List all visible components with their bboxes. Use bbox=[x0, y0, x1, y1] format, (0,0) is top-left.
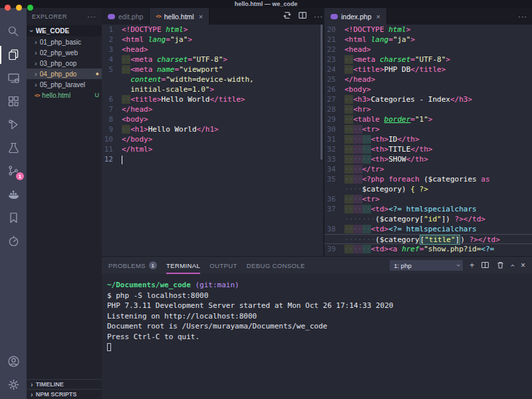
activitybar-extensions-icon[interactable] bbox=[0, 90, 27, 113]
terminal-output[interactable]: ~/Documents/we_code (git:main)$ php -S l… bbox=[102, 274, 532, 352]
more-actions-icon[interactable]: ··· bbox=[314, 13, 323, 21]
explorer-item-01_php_basic[interactable]: ›01_php_basic bbox=[27, 37, 102, 47]
activitybar-settings-gear-icon[interactable] bbox=[0, 373, 27, 396]
activitybar-bookmarks-icon[interactable] bbox=[0, 206, 27, 229]
code-line[interactable]: 1<!DOCTYPE html> bbox=[102, 25, 323, 35]
activitybar-remote-explorer-icon[interactable] bbox=[0, 66, 27, 90]
code-line[interactable]: 29··<table border="1"> bbox=[325, 114, 532, 124]
new-terminal-icon[interactable]: + bbox=[469, 261, 474, 269]
code-line[interactable]: 20<!DOCTYPE html> bbox=[325, 25, 532, 35]
activitybar-account-icon[interactable] bbox=[0, 350, 27, 373]
panel-tab-label: TERMINAL bbox=[166, 262, 200, 269]
activitybar-test-flask-icon[interactable] bbox=[0, 136, 27, 160]
sidebar-section-timeline[interactable]: ›TIMELINE bbox=[27, 379, 102, 389]
code-line[interactable]: 31······<th>ID</th> bbox=[325, 134, 532, 144]
explorer-item-02_php_web[interactable]: ›02_php_web bbox=[27, 47, 102, 58]
maximize-panel-icon[interactable]: › bbox=[509, 264, 517, 267]
explorer-item-05_php_laravel[interactable]: ›05_php_laravel bbox=[27, 79, 102, 90]
code-line[interactable]: ····$category) { ?> bbox=[325, 184, 532, 194]
explorer-item-hello.html[interactable]: <>hello.htmlU bbox=[27, 90, 102, 100]
code-line[interactable]: ·······($category["title"]) ?></td> bbox=[325, 234, 532, 244]
close-tab-icon[interactable]: × bbox=[199, 13, 203, 21]
code-line[interactable]: 32······<th>TITLE</th> bbox=[325, 144, 532, 154]
code-line[interactable]: 3<head> bbox=[102, 45, 323, 55]
code-line[interactable]: 8<body> bbox=[102, 114, 323, 124]
open-changes-icon[interactable] bbox=[282, 11, 291, 23]
sidebar-section-npm-scripts[interactable]: ›NPM SCRIPTS bbox=[27, 389, 102, 399]
tab-hello.html[interactable]: <>hello.html× bbox=[150, 8, 209, 25]
code-line[interactable]: 12 bbox=[102, 154, 323, 164]
code-line[interactable]: 39······<td><a href="show.php?id=<?= bbox=[325, 244, 532, 254]
panel-tab-problems[interactable]: PROBLEMS1 bbox=[108, 257, 157, 274]
line-content: <html lang="ja"> bbox=[344, 35, 532, 45]
activitybar-source-graph-icon[interactable]: 1 bbox=[0, 160, 27, 183]
split-terminal-icon[interactable] bbox=[481, 261, 489, 271]
explorer-item-03_php_oop[interactable]: ›03_php_oop bbox=[27, 58, 102, 68]
code-line[interactable]: 6··<title>Hello World</title> bbox=[102, 94, 323, 104]
code-line[interactable]: 34····</tr> bbox=[325, 164, 532, 174]
explorer-root-folder[interactable]: › WE_CODE bbox=[27, 25, 102, 37]
code-line[interactable]: 33······<th>SHOW</th> bbox=[325, 154, 532, 164]
close-tab-icon[interactable]: × bbox=[376, 13, 380, 21]
activitybar-run-debug-icon[interactable] bbox=[0, 113, 27, 136]
line-content bbox=[122, 154, 323, 164]
tab-edit.php[interactable]: edit.php bbox=[102, 8, 150, 25]
code-line[interactable]: 9··<h1>Hello World</h1> bbox=[102, 124, 323, 134]
explorer-sidebar: EXPLORER ··· › WE_CODE ›01_php_basic›02_… bbox=[27, 8, 102, 399]
code-line[interactable]: 30····<tr> bbox=[325, 124, 532, 134]
code-line[interactable]: 11</html> bbox=[102, 144, 323, 154]
panel-tab-debug-console[interactable]: DEBUG CONSOLE bbox=[247, 257, 305, 274]
activitybar-timeline-clock-icon[interactable] bbox=[0, 229, 27, 253]
sidebar-more-icon[interactable]: ··· bbox=[87, 13, 96, 21]
code-token: = bbox=[188, 55, 192, 64]
line-content: ·······($category["title"]) ?></td> bbox=[344, 235, 532, 243]
code-line[interactable]: 24··<title>PHP DB</title> bbox=[325, 65, 532, 74]
terminal-select[interactable]: 1: php › bbox=[390, 260, 463, 271]
code-line[interactable]: 4··<meta charset="UTF-8"> bbox=[102, 55, 323, 65]
code-line[interactable]: 5··<meta name="viewport" bbox=[102, 65, 323, 74]
explorer-item-04_php_pdo[interactable]: ›04_php_pdo● bbox=[27, 68, 102, 79]
line-content: ··<meta charset="UTF-8"> bbox=[344, 55, 532, 65]
code-line[interactable]: 10</body> bbox=[102, 134, 323, 144]
code-line[interactable]: 25</head> bbox=[325, 74, 532, 84]
split-editor-icon[interactable] bbox=[298, 11, 307, 23]
activitybar-explorer-icon[interactable] bbox=[0, 43, 27, 66]
editor-index-php[interactable]: 20<!DOCTYPE html>21<html lang="ja">22<he… bbox=[325, 25, 532, 256]
code-line[interactable]: content="width=device-width, bbox=[102, 74, 323, 84]
tab-index.php[interactable]: index.php× bbox=[325, 8, 387, 25]
code-line[interactable]: 2<html lang="ja"> bbox=[102, 35, 323, 45]
code-line[interactable]: 22<head> bbox=[325, 45, 532, 55]
code-line[interactable]: 37······<td><?= htmlspecialchars bbox=[325, 204, 532, 214]
maximize-window-icon[interactable] bbox=[27, 5, 33, 11]
activity-bar: 1 bbox=[0, 8, 27, 399]
code-line[interactable]: 38······<td><?= htmlspecialchars bbox=[325, 224, 532, 234]
code-line[interactable]: 35····<?php foreach ($categories as bbox=[325, 174, 532, 184]
code-line[interactable]: 27··<h3>Categories - Index</h3> bbox=[325, 94, 532, 104]
panel-tab-terminal[interactable]: TERMINAL bbox=[166, 257, 200, 274]
code-token: "show.php?id= bbox=[424, 245, 481, 253]
code-line[interactable]: ·······($category["id"]) ?></td> bbox=[325, 214, 532, 224]
code-line[interactable]: 36····<tr> bbox=[325, 194, 532, 204]
sidebar-title: EXPLORER bbox=[32, 13, 67, 20]
more-actions-icon[interactable]: ··· bbox=[518, 13, 527, 21]
line-number: 27 bbox=[325, 94, 344, 104]
scrollbar[interactable] bbox=[321, 25, 323, 160]
activitybar-docker-icon[interactable] bbox=[0, 183, 27, 206]
code-line[interactable]: 26<body> bbox=[325, 84, 532, 94]
code-token: "ja" bbox=[170, 35, 188, 44]
activitybar-search-icon[interactable] bbox=[0, 20, 27, 43]
panel-tab-output[interactable]: OUTPUT bbox=[209, 257, 237, 274]
line-content: <body> bbox=[122, 114, 323, 124]
code-line[interactable]: 28··<hr> bbox=[325, 104, 532, 114]
code-line[interactable]: initial-scale=1.0"> bbox=[102, 84, 323, 94]
code-line[interactable]: 7</head> bbox=[102, 104, 323, 114]
minimize-window-icon[interactable] bbox=[16, 5, 22, 11]
kill-terminal-trash-icon[interactable] bbox=[496, 261, 505, 271]
line-number: 30 bbox=[325, 124, 344, 134]
code-line[interactable]: 21<html lang="ja"> bbox=[325, 35, 532, 45]
code-line[interactable]: 23··<meta charset="UTF-8"> bbox=[325, 55, 532, 65]
code-token: </th> bbox=[398, 135, 420, 144]
close-panel-icon[interactable]: × bbox=[521, 261, 525, 269]
editor-hello-html[interactable]: 1<!DOCTYPE html>2<html lang="ja">3<head>… bbox=[102, 25, 323, 256]
close-window-icon[interactable] bbox=[5, 5, 11, 11]
